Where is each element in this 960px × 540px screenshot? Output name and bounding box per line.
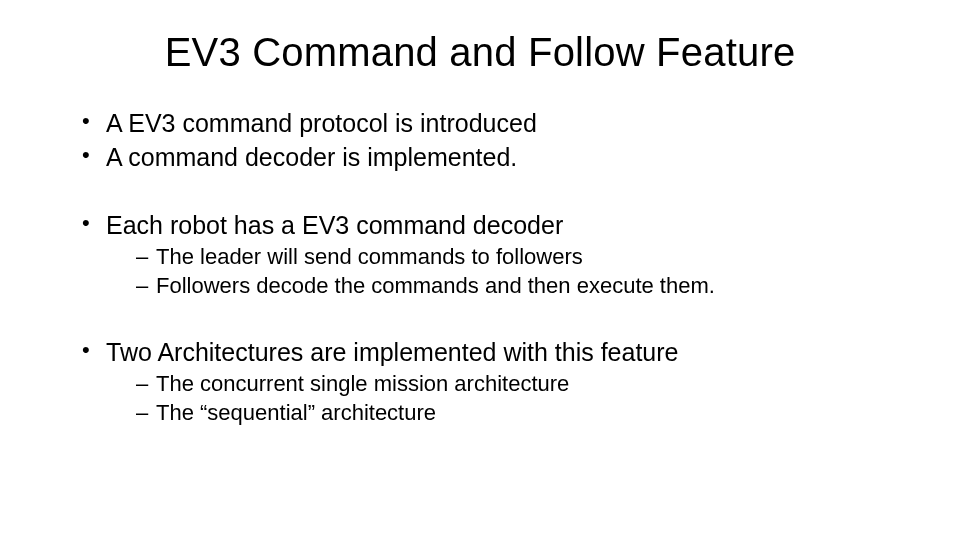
bullet-item: A command decoder is implemented. <box>86 141 900 173</box>
sub-bullet-text: The “sequential” architecture <box>156 400 436 425</box>
spacer <box>60 302 900 336</box>
bullet-item: Two Architectures are implemented with t… <box>86 336 900 427</box>
sub-bullet-item: The “sequential” architecture <box>138 399 900 427</box>
slide: EV3 Command and Follow Feature A EV3 com… <box>0 0 960 540</box>
sub-bullet-item: The concurrent single mission architectu… <box>138 370 900 398</box>
bullet-text: A command decoder is implemented. <box>106 143 517 171</box>
bullet-item: A EV3 command protocol is introduced <box>86 107 900 139</box>
bullet-list: Each robot has a EV3 command decoder The… <box>60 209 900 300</box>
sub-bullet-text: The leader will send commands to followe… <box>156 244 583 269</box>
sub-bullet-item: The leader will send commands to followe… <box>138 243 900 271</box>
bullet-text: Two Architectures are implemented with t… <box>106 338 679 366</box>
sub-bullet-item: Followers decode the commands and then e… <box>138 272 900 300</box>
sub-bullet-text: The concurrent single mission architectu… <box>156 371 569 396</box>
sub-bullet-list: The concurrent single mission architectu… <box>106 370 900 427</box>
bullet-text: A EV3 command protocol is introduced <box>106 109 537 137</box>
bullet-text: Each robot has a EV3 command decoder <box>106 211 563 239</box>
bullet-item: Each robot has a EV3 command decoder The… <box>86 209 900 300</box>
spacer <box>60 175 900 209</box>
sub-bullet-text: Followers decode the commands and then e… <box>156 273 715 298</box>
slide-content: A EV3 command protocol is introduced A c… <box>60 107 900 428</box>
bullet-list: Two Architectures are implemented with t… <box>60 336 900 427</box>
slide-title: EV3 Command and Follow Feature <box>60 30 900 75</box>
sub-bullet-list: The leader will send commands to followe… <box>106 243 900 300</box>
bullet-list: A EV3 command protocol is introduced A c… <box>60 107 900 173</box>
